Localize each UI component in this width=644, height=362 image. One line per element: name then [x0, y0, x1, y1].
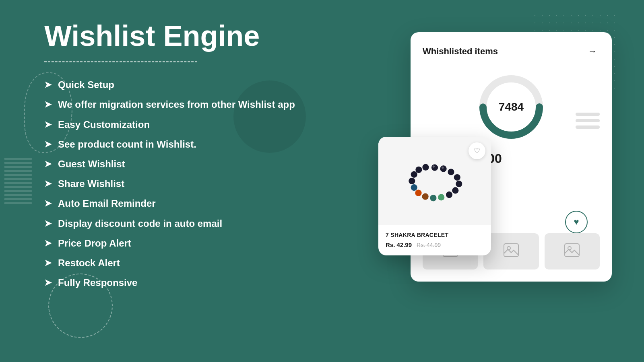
svg-point-25: [433, 165, 435, 167]
left-content: Wishlist Engine ➤ Quick Setup ➤ We offer…: [44, 20, 318, 289]
wishlist-heart-button[interactable]: ♡: [469, 142, 485, 159]
feature-text-share-wishlist: Share Wishlist: [58, 177, 124, 190]
dashboard-title: Whishlisted items: [423, 46, 498, 57]
feature-item-auto-email: ➤ Auto Email Reminder: [44, 197, 318, 210]
feature-text-responsive: Fully Responsive: [58, 276, 137, 289]
svg-point-23: [415, 167, 422, 173]
feature-arrow-quick-setup: ➤: [44, 79, 52, 91]
heart-filled-icon: ♥: [574, 217, 579, 227]
product-name: 7 SHAKRA BRACELET: [386, 232, 484, 238]
product-card: ♡ 7 SHAKRA BRACELET Rs. 42.99 Rs. 44.99: [378, 137, 491, 255]
svg-point-15: [446, 191, 452, 198]
svg-point-22: [411, 171, 417, 178]
feature-arrow-product-count: ➤: [44, 139, 52, 150]
feature-item-restock: ➤ Restock Alert: [44, 257, 318, 269]
heart-outline-icon: ♡: [474, 146, 480, 155]
feature-item-price-drop: ➤ Price Drop Alert: [44, 237, 318, 249]
svg-point-9: [431, 165, 438, 171]
right-content: Whishlisted items → 7484 7484 / 10000: [378, 24, 612, 346]
price-current: Rs. 42.99: [386, 241, 412, 248]
feature-text-quick-setup: Quick Setup: [58, 78, 114, 91]
product-image-container: ♡: [378, 137, 491, 225]
svg-point-14: [452, 187, 458, 193]
thumbnail-2: [483, 233, 539, 269]
donut-chart: 7484: [475, 71, 547, 143]
feature-text-product-count: See product count in Wishlist.: [58, 138, 196, 150]
feature-text-restock: Restock Alert: [58, 257, 120, 269]
feature-item-guest-wishlist: ➤ Guest Wishlist: [44, 158, 318, 170]
feature-item-product-count: ➤ See product count in Wishlist.: [44, 138, 318, 150]
price-original: Rs. 44.99: [417, 242, 441, 248]
feature-arrow-responsive: ➤: [44, 277, 52, 289]
feature-text-auto-email: Auto Email Reminder: [58, 197, 156, 210]
feature-text-discount-code: Display discount code in auto email: [58, 217, 222, 230]
dashboard-header: Whishlisted items →: [423, 44, 600, 59]
feature-text-migration: We offer migration services from other W…: [58, 98, 295, 111]
feature-text-customization: Easy Customization: [58, 118, 150, 131]
feature-arrow-price-drop: ➤: [44, 238, 52, 249]
feature-item-quick-setup: ➤ Quick Setup: [44, 78, 318, 91]
feature-arrow-restock: ➤: [44, 257, 52, 269]
dashboard-lines: [576, 113, 600, 129]
svg-point-11: [448, 169, 454, 175]
svg-point-10: [440, 165, 447, 172]
donut-center-value: 7484: [499, 101, 524, 113]
feature-item-migration: ➤ We offer migration services from other…: [44, 98, 318, 111]
feature-item-customization: ➤ Easy Customization: [44, 118, 318, 131]
svg-point-19: [415, 190, 421, 196]
svg-point-20: [411, 184, 417, 191]
feature-arrow-guest-wishlist: ➤: [44, 158, 52, 170]
donut-container: 7484: [423, 71, 600, 143]
feature-item-share-wishlist: ➤ Share Wishlist: [44, 177, 318, 190]
svg-point-12: [454, 174, 460, 181]
svg-point-16: [438, 194, 444, 200]
left-bars: [0, 0, 32, 362]
svg-point-24: [422, 164, 429, 171]
bracelet-image: [398, 157, 471, 205]
features-list: ➤ Quick Setup ➤ We offer migration servi…: [44, 78, 318, 289]
feature-arrow-share-wishlist: ➤: [44, 178, 52, 190]
feature-arrow-auto-email: ➤: [44, 198, 52, 210]
page-title: Wishlist Engine: [44, 20, 318, 52]
svg-rect-4: [504, 244, 518, 257]
dashboard-heart-button[interactable]: ♥: [565, 211, 588, 233]
svg-point-21: [409, 178, 415, 184]
svg-rect-6: [565, 244, 579, 257]
feature-arrow-customization: ➤: [44, 119, 52, 131]
thumbnail-3: [545, 233, 600, 269]
thumbnail-3-icon: [564, 243, 580, 260]
svg-point-13: [456, 181, 462, 187]
dashboard-arrow-icon[interactable]: →: [585, 44, 600, 59]
svg-point-18: [422, 193, 429, 200]
title-underline: [44, 60, 197, 62]
feature-text-price-drop: Price Drop Alert: [58, 237, 131, 249]
product-prices: Rs. 42.99 Rs. 44.99: [386, 241, 484, 248]
svg-point-17: [430, 195, 436, 201]
feature-item-responsive: ➤ Fully Responsive: [44, 276, 318, 289]
feature-text-guest-wishlist: Guest Wishlist: [58, 158, 125, 170]
thumbnail-2-icon: [503, 243, 519, 260]
svg-point-26: [442, 167, 444, 169]
product-info: 7 SHAKRA BRACELET Rs. 42.99 Rs. 44.99: [378, 225, 491, 255]
feature-arrow-discount-code: ➤: [44, 218, 52, 230]
feature-item-discount-code: ➤ Display discount code in auto email: [44, 217, 318, 230]
feature-arrow-migration: ➤: [44, 99, 52, 111]
